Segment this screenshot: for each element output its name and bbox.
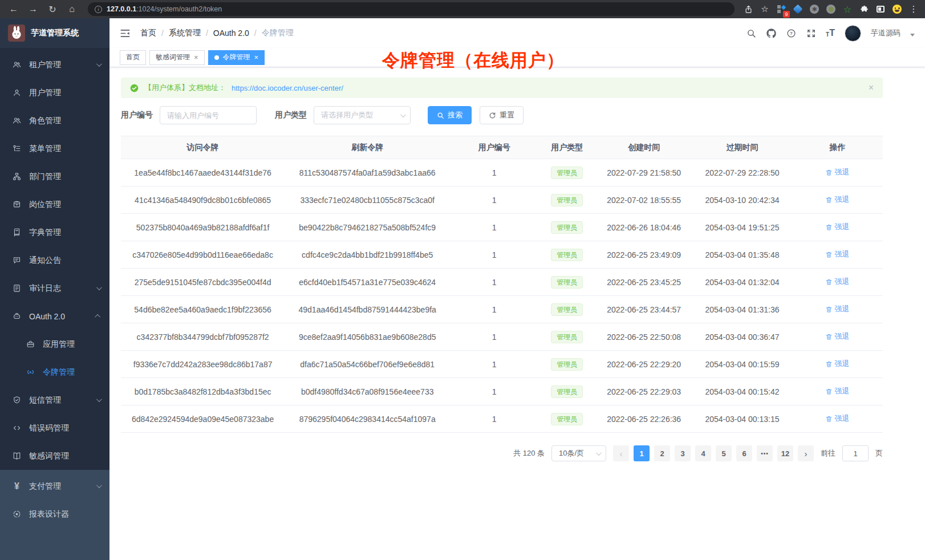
sidebar-item-sensitive[interactable]: 敏感词管理	[0, 442, 109, 470]
breadcrumb-item[interactable]: 系统管理	[169, 28, 201, 38]
sidebar-item-oauth[interactable]: OAuth 2.0	[0, 302, 109, 330]
tab-close-icon[interactable]: ×	[194, 54, 198, 61]
pagination-page-button[interactable]: 3	[675, 445, 691, 461]
sidebar-item-menu[interactable]: 菜单管理	[0, 135, 109, 163]
pagination-pages: ‹123456•••12›	[613, 445, 814, 461]
browser-reload-icon[interactable]: ↻	[44, 2, 60, 16]
search-icon	[437, 112, 444, 119]
kick-out-button[interactable]: 强退	[825, 194, 849, 205]
pagination-prev-button[interactable]: ‹	[613, 445, 629, 461]
split-view-icon[interactable]	[875, 3, 886, 15]
pagination-page-button[interactable]: 4	[695, 445, 711, 461]
alert-close-icon[interactable]: ×	[869, 83, 874, 92]
extension-badge: 9	[783, 11, 790, 18]
header-search-icon[interactable]	[746, 28, 756, 38]
access-token-cell: 6d842e2924594de9a09e45e087323abe	[121, 405, 285, 433]
tab-close-icon[interactable]: ×	[254, 54, 259, 61]
sidebar-item-report[interactable]: 报表设计器	[0, 500, 109, 528]
extension-star-icon[interactable]: ☆	[842, 3, 853, 15]
extension-grid-icon[interactable]: 9	[776, 3, 787, 15]
sidebar-item-sms[interactable]: 短信管理	[0, 386, 109, 414]
user-type-select[interactable]: 请选择用户类型	[314, 106, 411, 124]
kick-out-button[interactable]: 强退	[825, 167, 849, 177]
sidebar-item-pay[interactable]: ¥支付管理	[0, 472, 109, 500]
table-row: 1ea5e44f8bc1467aaede43144f31de76811c5304…	[121, 159, 883, 186]
kick-out-button[interactable]: 强退	[825, 304, 849, 314]
sidebar-item-tenant[interactable]: 租户管理	[0, 51, 109, 79]
sidebar-item-audit[interactable]: 审计日志	[0, 274, 109, 302]
sensitive-icon	[13, 452, 21, 460]
breadcrumb-item[interactable]: 首页	[140, 28, 156, 38]
sidebar-item-errcode[interactable]: 错误码管理	[0, 414, 109, 442]
pagination-page-button[interactable]: 6	[736, 445, 752, 461]
pagination-page-button[interactable]: 5	[716, 445, 732, 461]
tab-token-management[interactable]: 令牌管理 ×	[208, 50, 265, 65]
sidebar-item-notice[interactable]: 通知公告	[0, 246, 109, 274]
share-icon[interactable]	[743, 3, 754, 15]
extension-gem-icon[interactable]	[792, 3, 804, 15]
kick-out-button[interactable]: 强退	[825, 359, 849, 369]
user-type-badge: 管理员	[551, 303, 583, 316]
tab-sensitive-words[interactable]: 敏感词管理 ×	[149, 50, 205, 65]
user-menu-caret-icon[interactable]	[910, 34, 915, 36]
action-cell: 强退	[792, 405, 883, 433]
pagination-page-button[interactable]: 12	[777, 445, 793, 461]
filter-form: 用户编号 用户类型 请选择用户类型 搜索 重置	[121, 106, 883, 124]
user-id-cell: 1	[450, 214, 538, 241]
extension-wheel-icon[interactable]: ✱	[809, 3, 820, 15]
browser-back-icon[interactable]: ←	[6, 2, 22, 16]
extensions-puzzle-icon[interactable]	[858, 3, 870, 15]
search-button[interactable]: 搜索	[428, 106, 472, 124]
report-icon	[13, 510, 21, 518]
pagination-page-button[interactable]: 1	[634, 445, 650, 461]
username[interactable]: 芋道源码	[871, 28, 900, 38]
table-row: 6d842e2924594de9a09e45e087323abe8796295f…	[121, 405, 883, 433]
help-icon[interactable]: ?	[786, 28, 796, 38]
action-cell: 强退	[792, 214, 883, 241]
breadcrumb-item[interactable]: OAuth 2.0	[213, 29, 249, 38]
dept-icon	[13, 172, 21, 181]
tab-home[interactable]: 首页	[120, 50, 146, 65]
browser-forward-icon[interactable]: →	[25, 2, 41, 16]
kick-out-button[interactable]: 强退	[825, 331, 849, 342]
github-icon[interactable]	[766, 28, 776, 38]
user-type-badge: 管理员	[551, 276, 583, 289]
sidebar-item-app[interactable]: 应用管理	[0, 330, 109, 358]
app-logo[interactable]: 芋道管理系统	[0, 18, 109, 48]
kick-out-button[interactable]: 强退	[825, 277, 849, 287]
sidebar-item-dict[interactable]: 字典管理	[0, 218, 109, 246]
font-size-icon[interactable]: TT	[826, 29, 835, 38]
kick-out-button[interactable]: 强退	[825, 413, 849, 424]
column-header: 过期时间	[692, 136, 792, 159]
profile-emoji-icon[interactable]	[891, 3, 903, 15]
column-header: 刷新令牌	[285, 136, 450, 159]
kick-out-button[interactable]: 强退	[825, 386, 849, 396]
sidebar-item-user[interactable]: 用户管理	[0, 79, 109, 107]
goto-page-input[interactable]	[842, 445, 869, 461]
kick-out-button[interactable]: 强退	[825, 249, 849, 259]
fullscreen-icon[interactable]	[806, 28, 816, 38]
collapse-sidebar-icon[interactable]	[120, 27, 132, 39]
user-id-input[interactable]	[160, 106, 257, 124]
sidebar-item-dept[interactable]: 部门管理	[0, 163, 109, 190]
chevron-down-icon	[96, 396, 102, 402]
pagination-next-button[interactable]: ›	[798, 445, 814, 461]
sidebar-item-role[interactable]: 角色管理	[0, 107, 109, 135]
sidebar-item-token[interactable]: A令牌管理	[0, 358, 109, 386]
alert-doc-link[interactable]: https://doc.iocoder.cn/user-center/	[232, 84, 343, 92]
page-size-select[interactable]: 10条/页	[551, 445, 606, 461]
sidebar-item-post[interactable]: 岗位管理	[0, 190, 109, 218]
pagination-page-button[interactable]: 2	[654, 445, 670, 461]
user-type-cell: 管理员	[538, 214, 595, 241]
browser-menu-icon[interactable]: ⋮	[908, 3, 919, 15]
page-unit-label: 页	[875, 448, 883, 458]
kick-out-button[interactable]: 强退	[825, 222, 849, 232]
avatar[interactable]	[845, 25, 861, 42]
bookmark-star-icon[interactable]: ☆	[759, 3, 770, 15]
extension-dot-icon[interactable]	[825, 3, 837, 15]
address-bar[interactable]: i 127.0.0.1:1024/system/oauth2/token	[88, 2, 735, 16]
reset-button[interactable]: 重置	[480, 106, 524, 124]
pagination-ellipsis[interactable]: •••	[757, 445, 773, 461]
site-info-icon[interactable]: i	[95, 6, 102, 13]
browser-home-icon[interactable]: ⌂	[64, 2, 80, 16]
